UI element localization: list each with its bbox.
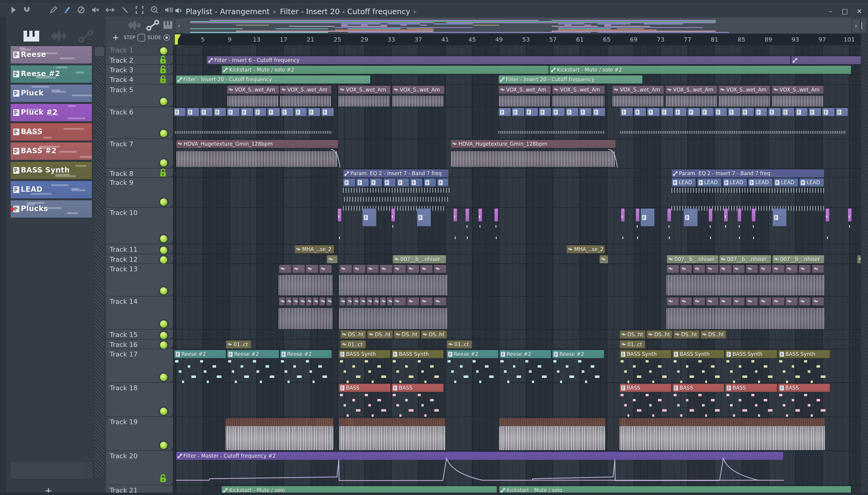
clip-c13[interactable] — [799, 264, 811, 273]
zoom-tool-icon[interactable] — [149, 5, 160, 15]
track-header-13[interactable]: Track 13... — [106, 264, 173, 296]
track-mute-led[interactable] — [159, 331, 168, 340]
clip-c13[interactable] — [733, 264, 745, 273]
scroll-right-button[interactable]: › — [852, 18, 860, 33]
clip-bsyn[interactable]: BASS Synth — [620, 350, 671, 358]
clip-leadS[interactable] — [424, 178, 437, 187]
clip-leadS[interactable] — [410, 178, 423, 187]
pattern-item-pluck[interactable]: Pluck — [10, 84, 92, 102]
clip-ct[interactable]: 01..ct — [447, 340, 472, 349]
clip-c13[interactable] — [772, 264, 784, 273]
clip-pb[interactable] — [647, 108, 660, 116]
clip-vox[interactable]: VOX_S..wet_Am — [612, 86, 664, 94]
clip-bsyn[interactable]: BASS Synth — [392, 350, 443, 358]
playhead-marker[interactable] — [174, 34, 182, 45]
track-options-dots[interactable]: ... — [110, 200, 117, 206]
track-lock-icon[interactable] — [159, 75, 167, 84]
track-options-dots[interactable]: ... — [110, 375, 117, 381]
track-header-7[interactable]: Track 7... — [106, 139, 173, 168]
pattern-item-bass-synth[interactable]: BASS Synth — [10, 161, 92, 180]
slice-tool-icon[interactable] — [120, 5, 131, 15]
clip-pb10[interactable] — [684, 208, 698, 226]
clip-c13[interactable] — [407, 264, 420, 273]
clip-c13[interactable] — [680, 264, 692, 273]
clip-c14[interactable] — [387, 297, 392, 306]
clip-vox[interactable]: VOX_S..wet_Am — [227, 86, 279, 94]
clip-lead[interactable]: LEAD — [671, 178, 696, 187]
clip-c13[interactable] — [279, 264, 292, 273]
clip-ds[interactable]: DS..ht — [620, 330, 645, 339]
pattern-item-reese-2[interactable]: Reese #2 — [10, 65, 92, 83]
clip-pb[interactable] — [661, 108, 673, 116]
clip-c14[interactable] — [799, 297, 811, 306]
clip-c14[interactable] — [667, 297, 679, 306]
clip-c14[interactable] — [299, 297, 305, 306]
select-tool-icon[interactable] — [135, 5, 145, 15]
playlist-grid[interactable]: Filter - Insert 6 - Cutoff frequencyKick… — [174, 45, 868, 495]
clip-c14[interactable] — [279, 297, 284, 306]
clip-pb10[interactable] — [640, 208, 655, 226]
clip-reese[interactable]: Reese #2 — [227, 350, 279, 358]
clip-m007s[interactable] — [600, 255, 608, 263]
clip-c13[interactable] — [366, 264, 379, 273]
clip-pb10[interactable] — [772, 208, 787, 226]
clip-vox[interactable]: VOX_S..wet_Am — [280, 86, 331, 94]
track-header-14[interactable]: Track 14... — [106, 296, 173, 329]
clip-bass[interactable]: BASS — [725, 383, 777, 392]
clip-reese[interactable]: Reese #2 — [552, 350, 604, 358]
track-options-dots[interactable]: ... — [110, 288, 117, 295]
track-header-3[interactable]: Track 3 — [106, 65, 173, 74]
track-mute-led[interactable] — [159, 234, 168, 243]
clip-pb[interactable] — [552, 108, 565, 116]
clip-f20[interactable]: Filter - Insert 20 - Cutoff frequency — [176, 75, 371, 84]
track-lock-icon[interactable] — [159, 168, 167, 177]
clip-ds[interactable]: DS..ht — [421, 330, 447, 339]
clip-pb[interactable] — [634, 108, 646, 116]
pattern-item-bass[interactable]: BASS — [10, 123, 92, 141]
clip-pluck2-sliver[interactable] — [494, 208, 498, 222]
clip-pb[interactable] — [755, 108, 768, 116]
track-options-dots[interactable]: ... — [110, 477, 117, 483]
scroll-left-button[interactable]: ‹ — [175, 18, 183, 33]
track-mute-led[interactable] — [159, 407, 168, 416]
empty-pattern-slot[interactable] — [10, 461, 93, 479]
clip-ds[interactable]: DS..ht — [701, 330, 726, 339]
breadcrumb-arrangement[interactable]: Playlist - Arrangement — [186, 7, 270, 16]
pattern-item-pluck-2[interactable]: Pluck #2 — [10, 104, 92, 122]
clip-c14[interactable] — [366, 297, 372, 306]
clip-lead[interactable]: LEAD — [697, 178, 722, 187]
clip-c14[interactable] — [313, 297, 318, 306]
clip-c14[interactable] — [719, 297, 732, 306]
track-header-8[interactable]: Track 8 — [106, 169, 173, 177]
slide-toggle[interactable] — [163, 34, 170, 41]
clip-c13[interactable] — [706, 264, 718, 273]
clip-bsyn[interactable]: BASS Synth — [778, 350, 830, 358]
clip-c14[interactable] — [346, 297, 352, 306]
clip-c14[interactable] — [360, 297, 365, 306]
draw-tool-icon[interactable] — [48, 5, 59, 15]
clip-c13[interactable] — [667, 264, 679, 273]
clip-ds[interactable]: DS..ht — [394, 330, 420, 339]
clip-pb[interactable] — [281, 108, 294, 116]
add-tab-button[interactable]: + — [112, 33, 119, 42]
clip-pluck2-sliver[interactable] — [636, 208, 640, 222]
clip-mha[interactable]: MHA_..se_2 — [294, 245, 334, 254]
clip-f6[interactable] — [791, 56, 867, 65]
clip-pb[interactable] — [822, 108, 835, 116]
minimize-button[interactable]: – — [826, 7, 834, 15]
clip-pb[interactable] — [592, 108, 605, 116]
clip-pluck2-sliver[interactable] — [338, 208, 342, 222]
clip-c14[interactable] — [339, 297, 345, 306]
clip-pb[interactable] — [782, 108, 795, 116]
clip-pb[interactable] — [687, 108, 700, 116]
clip-lead[interactable]: LEAD — [748, 178, 773, 187]
clip-reese[interactable]: Reese #2 — [174, 350, 226, 358]
clip-pluck2-sliver[interactable] — [737, 208, 741, 222]
clip-fm[interactable]: Filter - Master - Cutoff frequency #2 — [176, 451, 783, 460]
clip-pb[interactable] — [174, 108, 186, 116]
clip-c13[interactable] — [306, 264, 318, 273]
clip-bass[interactable]: BASS — [392, 383, 443, 392]
magnet-tool-icon[interactable] — [22, 5, 32, 15]
clip-c13[interactable] — [393, 264, 406, 273]
clip-pb[interactable] — [579, 108, 592, 116]
